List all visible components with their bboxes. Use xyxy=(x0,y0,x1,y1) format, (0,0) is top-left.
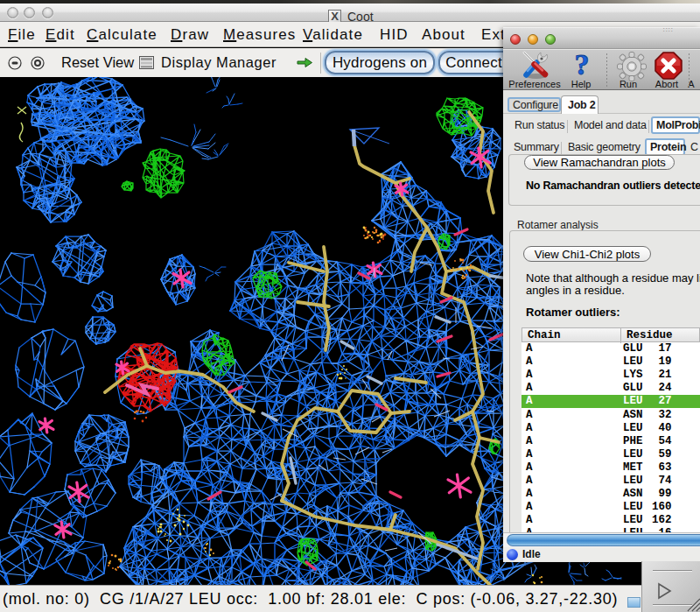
svg-text:?: ? xyxy=(575,51,590,81)
